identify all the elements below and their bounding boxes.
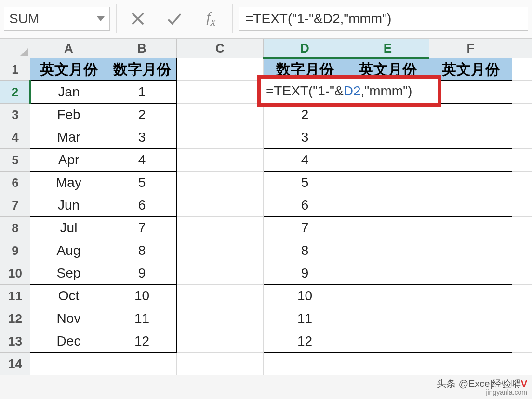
- insert-function-button[interactable]: fx: [196, 7, 226, 31]
- cell[interactable]: [346, 285, 429, 307]
- cell[interactable]: [177, 81, 264, 104]
- cell[interactable]: [177, 330, 264, 353]
- cell[interactable]: [429, 81, 512, 104]
- cell[interactable]: Jun: [30, 194, 107, 217]
- cell[interactable]: 9: [264, 262, 346, 285]
- cell[interactable]: 3: [107, 126, 177, 149]
- cell[interactable]: Jan: [30, 81, 107, 104]
- cell[interactable]: 11: [107, 307, 177, 330]
- cell[interactable]: [429, 172, 512, 194]
- cell[interactable]: [512, 217, 532, 239]
- cell-editor[interactable]: =TEXT("1-"&D2,"mmm"): [257, 75, 441, 107]
- cell[interactable]: 3: [264, 126, 346, 149]
- column-header[interactable]: B: [107, 39, 177, 58]
- cell[interactable]: Jul: [30, 217, 107, 239]
- cell[interactable]: [177, 285, 264, 307]
- cell[interactable]: 8: [107, 239, 177, 262]
- cell[interactable]: [512, 285, 532, 307]
- cell[interactable]: 5: [107, 172, 177, 194]
- column-header[interactable]: E: [346, 39, 429, 58]
- cell[interactable]: [429, 330, 512, 353]
- cell[interactable]: [177, 126, 264, 149]
- row-header[interactable]: 13: [0, 330, 30, 353]
- cell[interactable]: [512, 58, 532, 81]
- row-header[interactable]: 9: [0, 239, 30, 262]
- cell[interactable]: Nov: [30, 307, 107, 330]
- cell[interactable]: 英文月份: [30, 58, 107, 81]
- row-header[interactable]: 11: [0, 285, 30, 307]
- cell[interactable]: [429, 262, 512, 285]
- cell[interactable]: 4: [107, 149, 177, 172]
- cell[interactable]: 9: [107, 262, 177, 285]
- cell[interactable]: Mar: [30, 126, 107, 149]
- cell[interactable]: [429, 194, 512, 217]
- row-header[interactable]: 1: [0, 58, 30, 81]
- cell[interactable]: 英文月份: [429, 58, 512, 81]
- cell[interactable]: 2: [107, 104, 177, 126]
- cell[interactable]: [264, 353, 346, 375]
- row-header[interactable]: 10: [0, 262, 30, 285]
- cell[interactable]: 数字月份: [107, 58, 177, 81]
- cell[interactable]: [107, 353, 177, 375]
- cell[interactable]: [346, 330, 429, 353]
- cell[interactable]: May: [30, 172, 107, 194]
- cell[interactable]: Aug: [30, 239, 107, 262]
- cell[interactable]: [512, 81, 532, 104]
- cell[interactable]: Apr: [30, 149, 107, 172]
- cell[interactable]: 12: [107, 330, 177, 353]
- cell[interactable]: [177, 353, 264, 375]
- cell[interactable]: [346, 217, 429, 239]
- cell[interactable]: [512, 239, 532, 262]
- cell[interactable]: [346, 172, 429, 194]
- cell[interactable]: [429, 239, 512, 262]
- column-header[interactable]: C: [177, 39, 264, 58]
- cell[interactable]: Feb: [30, 104, 107, 126]
- chevron-down-icon[interactable]: [97, 16, 105, 21]
- row-header[interactable]: 3: [0, 104, 30, 126]
- cell[interactable]: [346, 307, 429, 330]
- cell[interactable]: 10: [264, 285, 346, 307]
- cell[interactable]: 11: [264, 307, 346, 330]
- cell[interactable]: [429, 104, 512, 126]
- cell[interactable]: [512, 194, 532, 217]
- cell[interactable]: [30, 353, 107, 375]
- cell[interactable]: [177, 307, 264, 330]
- cell[interactable]: [512, 330, 532, 353]
- row-header[interactable]: 8: [0, 217, 30, 239]
- row-header[interactable]: 12: [0, 307, 30, 330]
- cell[interactable]: [177, 217, 264, 239]
- cell[interactable]: [429, 307, 512, 330]
- row-header[interactable]: 6: [0, 172, 30, 194]
- cell[interactable]: [512, 262, 532, 285]
- cell[interactable]: [429, 217, 512, 239]
- select-all-corner[interactable]: [0, 39, 30, 58]
- cell[interactable]: 7: [264, 217, 346, 239]
- cell[interactable]: [177, 58, 264, 81]
- cell[interactable]: [346, 353, 429, 375]
- cell[interactable]: 7: [107, 217, 177, 239]
- cell[interactable]: [346, 262, 429, 285]
- cell[interactable]: [177, 194, 264, 217]
- cell[interactable]: 10: [107, 285, 177, 307]
- name-box[interactable]: SUM: [4, 7, 110, 31]
- cell[interactable]: [346, 239, 429, 262]
- cell[interactable]: [346, 149, 429, 172]
- cell[interactable]: [429, 149, 512, 172]
- cell[interactable]: [512, 353, 532, 375]
- cell[interactable]: Dec: [30, 330, 107, 353]
- formula-input[interactable]: =TEXT("1-"&D2,"mmm"): [239, 7, 528, 31]
- cell[interactable]: [512, 104, 532, 126]
- cell[interactable]: [346, 194, 429, 217]
- cell[interactable]: 6: [264, 194, 346, 217]
- cell[interactable]: Sep: [30, 262, 107, 285]
- cell[interactable]: 1: [107, 81, 177, 104]
- cell[interactable]: [429, 126, 512, 149]
- column-header[interactable]: F: [429, 39, 512, 58]
- cell[interactable]: 5: [264, 172, 346, 194]
- column-header[interactable]: A: [30, 39, 107, 58]
- row-header[interactable]: 5: [0, 149, 30, 172]
- cell[interactable]: 8: [264, 239, 346, 262]
- cell[interactable]: [512, 149, 532, 172]
- row-header[interactable]: 4: [0, 126, 30, 149]
- cell[interactable]: [177, 149, 264, 172]
